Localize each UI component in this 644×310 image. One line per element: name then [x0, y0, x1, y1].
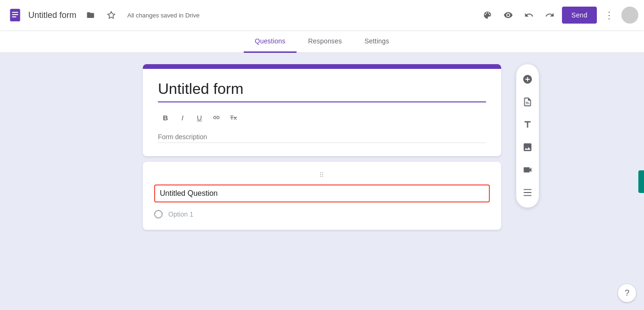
topbar-right: Send ⋮ [479, 7, 638, 24]
form-description-input[interactable] [158, 133, 486, 143]
add-video-button[interactable] [516, 159, 539, 181]
add-section-button[interactable] [516, 181, 539, 204]
saved-status: All changes saved in Drive [127, 12, 199, 19]
strikethrough-button[interactable]: Tx [226, 110, 241, 125]
redo-button[interactable] [541, 7, 558, 24]
folder-button[interactable] [82, 7, 99, 24]
send-button[interactable]: Send [562, 7, 597, 24]
question-title-input[interactable] [154, 184, 490, 202]
preview-button[interactable] [500, 7, 517, 24]
bold-button[interactable]: B [158, 110, 173, 125]
underline-button[interactable]: U [192, 110, 207, 125]
radio-circle [154, 210, 163, 218]
topbar-left: Untitled form All changes saved in Drive [6, 6, 479, 25]
form-title-topbar: Untitled form [28, 10, 76, 20]
add-title-button[interactable] [516, 113, 539, 136]
svg-rect-3 [12, 17, 16, 17]
green-tab [638, 170, 644, 193]
tab-settings[interactable]: Settings [353, 30, 400, 53]
import-questions-button[interactable] [516, 91, 539, 113]
topbar: Untitled form All changes saved in Drive… [0, 0, 644, 30]
add-question-button[interactable] [516, 68, 539, 91]
format-toolbar: B I U Tx [158, 110, 486, 125]
add-image-button[interactable] [516, 136, 539, 159]
tab-questions[interactable]: Questions [244, 30, 297, 53]
svg-rect-2 [12, 14, 18, 15]
form-title-input[interactable] [158, 80, 486, 102]
form-header-card: B I U Tx [143, 64, 501, 156]
svg-rect-1 [12, 12, 18, 13]
help-button[interactable]: ? [618, 284, 636, 302]
option-row: Option 1 [154, 210, 490, 218]
avatar [621, 7, 638, 24]
link-button[interactable] [209, 110, 224, 125]
question-card: ⠿ Option 1 [143, 162, 501, 230]
tabbar: Questions Responses Settings [0, 30, 644, 53]
tab-responses[interactable]: Responses [297, 30, 353, 53]
undo-button[interactable] [520, 7, 537, 24]
right-sidebar [516, 64, 539, 208]
star-button[interactable] [103, 7, 120, 24]
italic-button[interactable]: I [175, 110, 190, 125]
more-options-button[interactable]: ⋮ [601, 7, 618, 24]
main-content: B I U Tx ⠿ Option 1 [0, 53, 644, 310]
drag-handle: ⠿ [154, 171, 490, 179]
svg-marker-4 [108, 12, 115, 18]
option-1-label: Option 1 [168, 210, 193, 218]
app-icon [6, 6, 25, 25]
palette-button[interactable] [479, 7, 496, 24]
